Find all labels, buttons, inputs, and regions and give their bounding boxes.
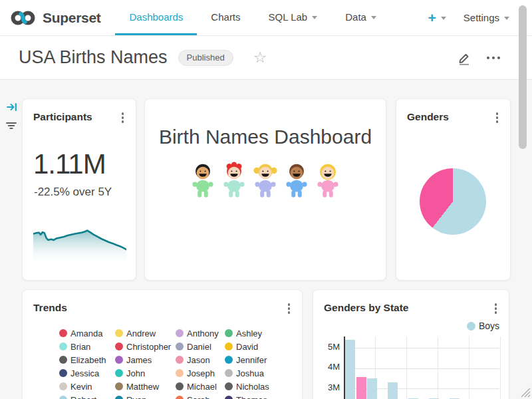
legend-label: Amanda <box>70 329 102 338</box>
kid-icon <box>250 162 281 200</box>
legend-swatch <box>176 342 184 350</box>
legend-swatch <box>59 356 67 364</box>
chart-card-genders: Genders <box>396 98 511 281</box>
kebab-menu-icon[interactable] <box>493 111 501 124</box>
legend-label: Matthew <box>126 382 159 392</box>
kid-icon <box>281 162 312 200</box>
markdown-card-title: Birth Names Dashboard <box>144 98 386 281</box>
legend-label: Robert <box>70 395 96 399</box>
legend-item-james[interactable]: James <box>115 353 176 366</box>
legend-swatch <box>115 382 123 390</box>
legend-swatch <box>176 369 184 377</box>
chart-title: Genders by State <box>324 302 409 314</box>
legend-label: Ashley <box>236 329 262 338</box>
legend-item-boys[interactable]: Boys <box>467 321 499 331</box>
expand-filter-bar-icon[interactable] <box>6 101 18 113</box>
legend-item-elizabeth[interactable]: Elizabeth <box>59 353 115 366</box>
legend-swatch <box>225 329 233 337</box>
chart-legend: AmandaAndrewAnthonyAshleyBrianChristophe… <box>59 327 298 399</box>
plus-icon: + <box>428 11 436 25</box>
legend-swatch <box>115 356 123 364</box>
legend-swatch <box>176 382 184 390</box>
legend-swatch <box>225 356 233 364</box>
header-actions <box>456 50 513 66</box>
chart-title: Genders <box>407 111 449 123</box>
ellipsis-menu-icon[interactable] <box>487 54 500 62</box>
legend-label: Jennifer <box>236 355 267 365</box>
legend-swatch <box>225 396 233 399</box>
nav-right: + Settings <box>428 0 532 35</box>
legend-swatch <box>225 382 233 390</box>
legend-item-thomas[interactable]: Thomas <box>225 393 298 399</box>
legend-item-nicholas[interactable]: Nicholas <box>225 380 298 393</box>
legend-label: Kevin <box>70 382 92 392</box>
gridline <box>500 336 501 399</box>
legend-label: Jessica <box>70 368 99 378</box>
legend-swatch <box>59 382 67 390</box>
legend-label: Daniel <box>187 342 211 352</box>
legend-item-ashley[interactable]: Ashley <box>225 327 298 340</box>
legend-item-michael[interactable]: Michael <box>176 380 225 393</box>
nav-item-label: Dashboards <box>129 11 183 23</box>
legend-label: Joseph <box>187 368 215 378</box>
nav-item-dashboards[interactable]: Dashboards <box>115 0 197 35</box>
legend-label: Christopher <box>126 342 171 352</box>
edit-pencil-icon[interactable] <box>456 50 472 66</box>
vertical-scrollbar[interactable] <box>519 5 527 149</box>
legend-item-joshua[interactable]: Joshua <box>225 366 298 380</box>
legend-swatch <box>59 329 67 337</box>
resize-handle-icon[interactable] <box>519 384 531 398</box>
kebab-menu-icon[interactable] <box>492 302 500 315</box>
status-badge[interactable]: Published <box>178 50 233 66</box>
legend-label: Sarah <box>187 395 210 399</box>
nav-item-data[interactable]: Data <box>331 0 390 35</box>
settings-label: Settings <box>464 12 499 23</box>
bar-chart <box>313 336 499 399</box>
legend-item-ryan[interactable]: Ryan <box>115 393 176 399</box>
legend-item-jennifer[interactable]: Jennifer <box>225 353 298 366</box>
legend-item-andrew[interactable]: Andrew <box>115 327 176 340</box>
legend-item-matthew[interactable]: Matthew <box>115 380 176 393</box>
kebab-menu-icon[interactable] <box>285 302 293 315</box>
legend-item-robert[interactable]: Robert <box>59 393 115 399</box>
legend-label: Jason <box>187 355 210 365</box>
kids-illustration <box>145 162 386 200</box>
legend-label: Brian <box>70 342 90 352</box>
nav-item-sql-lab[interactable]: SQL Lab <box>255 0 332 35</box>
legend-item-sarah[interactable]: Sarah <box>176 393 225 399</box>
big-number-value: 1.11M <box>23 124 136 180</box>
legend-swatch <box>115 329 123 337</box>
legend-swatch <box>225 342 233 350</box>
legend-label: Anthony <box>187 329 219 338</box>
legend-item-david[interactable]: David <box>225 340 298 353</box>
filter-lines-icon[interactable] <box>5 120 18 132</box>
sparkline-area-chart <box>33 221 126 265</box>
legend-item-joseph[interactable]: Joseph <box>176 366 225 380</box>
gridline <box>344 348 499 348</box>
pie-chart <box>420 168 486 235</box>
legend-item-jason[interactable]: Jason <box>176 353 225 366</box>
legend-item-anthony[interactable]: Anthony <box>176 327 225 340</box>
settings-menu[interactable]: Settings <box>464 12 509 23</box>
nav-item-charts[interactable]: Charts <box>197 0 254 35</box>
chart-card-trends: Trends AmandaAndrewAnthonyAshleyBrianChr… <box>22 289 303 399</box>
dashboard-grid: Participants 1.11M -22.5% over 5Y Birth … <box>0 80 532 399</box>
superset-logo[interactable]: Superset <box>0 0 100 35</box>
nav-item-label: Data <box>345 11 366 23</box>
legend-swatch <box>115 369 123 377</box>
legend-item-john[interactable]: John <box>115 366 176 380</box>
kebab-menu-icon[interactable] <box>119 111 127 124</box>
legend-label: Andrew <box>126 329 156 338</box>
legend-item-amanda[interactable]: Amanda <box>59 327 115 340</box>
legend-swatch <box>115 396 123 399</box>
legend-item-jessica[interactable]: Jessica <box>59 366 115 380</box>
chart-card-participants: Participants 1.11M -22.5% over 5Y <box>22 98 136 281</box>
legend-item-christopher[interactable]: Christopher <box>115 340 176 353</box>
legend-item-daniel[interactable]: Daniel <box>176 340 225 353</box>
chevron-down-icon <box>504 17 509 20</box>
legend-item-kevin[interactable]: Kevin <box>59 380 115 393</box>
star-icon[interactable]: ☆ <box>253 50 267 65</box>
chart-title: Participants <box>33 111 92 123</box>
new-item-button[interactable]: + <box>428 11 446 25</box>
legend-item-brian[interactable]: Brian <box>59 340 115 353</box>
